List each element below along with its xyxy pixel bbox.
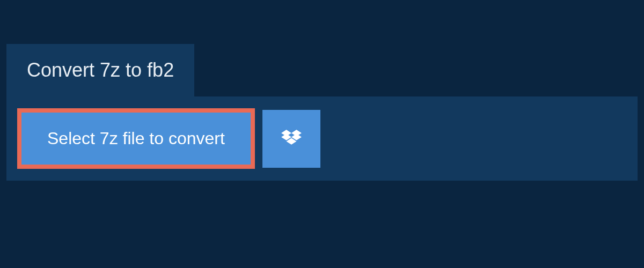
select-file-label: Select 7z file to convert <box>47 129 225 148</box>
tab-header: Convert 7z to fb2 <box>6 44 194 96</box>
dropbox-button[interactable] <box>262 110 320 168</box>
content-panel: Select 7z file to convert <box>6 96 638 181</box>
page-title: Convert 7z to fb2 <box>27 59 174 81</box>
dropbox-icon <box>281 130 302 148</box>
select-file-button[interactable]: Select 7z file to convert <box>17 108 255 169</box>
